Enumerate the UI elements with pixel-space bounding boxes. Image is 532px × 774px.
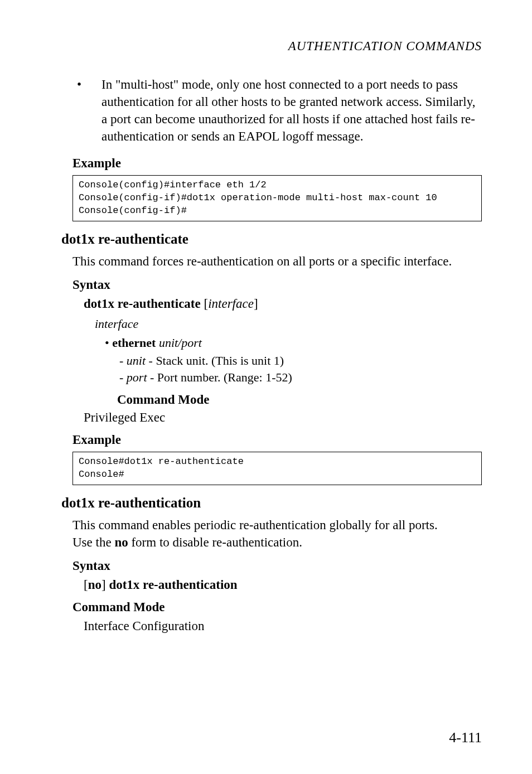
sec1-ethernet-line: • ethernet unit/port	[105, 336, 482, 350]
sec1-syntax-line: dot1x re-authenticate [interface]	[84, 297, 482, 311]
command-mode-heading-2: Command Mode	[72, 600, 482, 615]
top-bullet-text: In "multi-host" mode, only one host conn…	[101, 78, 475, 143]
code-block-2: Console#dot1x re-authenticate Console#	[72, 452, 482, 485]
sec2-syntax-line: [no] dot1x re-authentication	[84, 578, 482, 592]
bracket-open: [	[204, 297, 208, 311]
sec1-interface-label: interface	[95, 317, 482, 331]
top-bullet-paragraph: •In "multi-host" mode, only one host con…	[89, 76, 482, 145]
dash-icon: -	[119, 370, 127, 384]
sec1-port-ital: port	[127, 370, 147, 384]
sec2-bracket-close: ]	[101, 578, 109, 592]
sec1-eth-ital: unit/port	[159, 336, 202, 350]
sec1-port-line: - port - Port number. (Range: 1-52)	[119, 370, 482, 385]
bullet-dot-icon: •	[105, 336, 112, 350]
sec1-syntax-arg: interface	[208, 297, 254, 311]
command-mode-heading-1: Command Mode	[117, 393, 482, 407]
syntax-heading-2: Syntax	[72, 559, 482, 573]
sec2-desc-line1: This command enables periodic re-authent…	[72, 518, 438, 532]
example-heading-2: Example	[72, 433, 482, 447]
sec1-description: This command forces re-authentication on…	[72, 253, 482, 270]
section-title-reauthenticate: dot1x re-authenticate	[61, 231, 482, 247]
sec1-unit-line: - unit - Stack unit. (This is unit 1)	[119, 354, 482, 368]
sec2-desc-line2a: Use the	[72, 535, 114, 549]
sec2-bracket-open: [	[84, 578, 88, 592]
sec2-desc-line2b: form to disable re-authentication.	[128, 535, 302, 549]
sec1-unit-rest: - Stack unit. (This is unit 1)	[146, 354, 284, 367]
sec1-unit-ital: unit	[127, 354, 146, 367]
sec2-syntax-cmd: dot1x re-authentication	[109, 578, 237, 592]
sec2-no-bold: no	[88, 578, 101, 592]
sec1-port-rest: - Port number. (Range: 1-52)	[147, 370, 292, 384]
page-number: 4-111	[449, 729, 482, 746]
sec1-mode-text: Privileged Exec	[84, 410, 482, 425]
syntax-heading-1: Syntax	[72, 278, 482, 292]
dash-icon: -	[119, 354, 127, 367]
section-title-reauthentication: dot1x re-authentication	[61, 495, 482, 511]
sec1-eth-bold: ethernet	[112, 336, 156, 350]
page-container: AUTHENTICATION COMMANDS •In "multi-host"…	[0, 0, 532, 774]
sec2-description: This command enables periodic re-authent…	[72, 516, 482, 551]
bullet-dot-icon: •	[89, 76, 101, 93]
sec1-syntax-cmd: dot1x re-authenticate	[84, 297, 201, 311]
running-header: AUTHENTICATION COMMANDS	[61, 39, 482, 54]
example-heading-1: Example	[72, 156, 482, 171]
sec2-mode-text: Interface Configuration	[84, 619, 482, 633]
sec2-desc-no-bold: no	[114, 535, 128, 549]
code-block-1: Console(config)#interface eth 1/2 Consol…	[72, 175, 482, 221]
bracket-close: ]	[254, 297, 258, 311]
